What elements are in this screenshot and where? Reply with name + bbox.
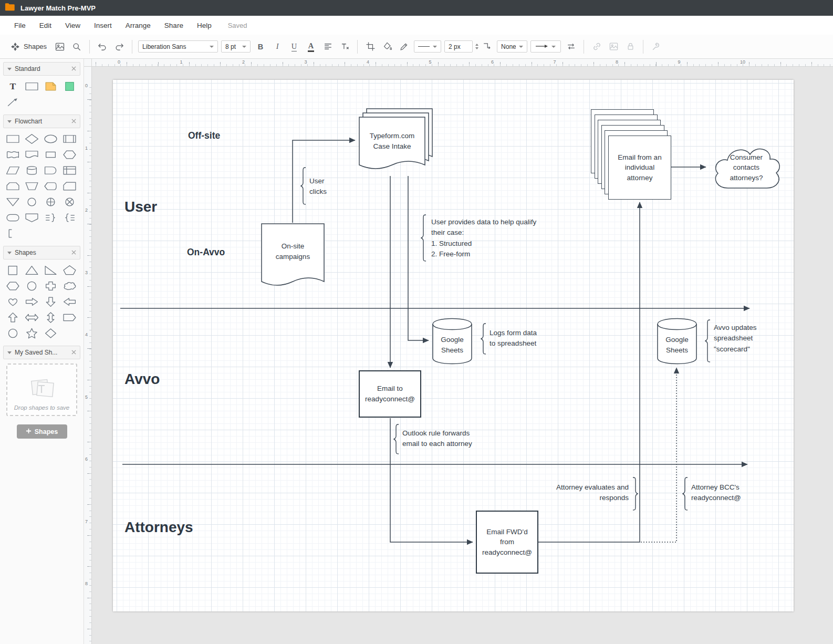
shape-arrow-up-icon[interactable] (3, 309, 22, 325)
insert-link-button[interactable] (589, 39, 605, 55)
shape-triangle-icon[interactable] (22, 262, 41, 278)
shape-text-icon[interactable]: T (3, 78, 22, 94)
underline-button[interactable]: U (286, 39, 302, 55)
annotation-user-provides[interactable]: User provides data to help qualify their… (431, 217, 536, 259)
menu-file[interactable]: File (7, 22, 33, 29)
annotation-user-clicks[interactable]: User clicks (309, 176, 327, 198)
bold-button[interactable]: B (253, 39, 268, 55)
section-standard[interactable]: Standard (3, 62, 80, 76)
shape-summing-junction-icon[interactable] (41, 194, 60, 210)
shape-note-icon[interactable] (41, 78, 60, 94)
shape-annotation-left-icon[interactable] (60, 210, 79, 225)
node-email-fwd[interactable]: Email FWD'd from readyconnect@ (476, 511, 538, 574)
shape-arrow-down-icon[interactable] (41, 294, 60, 309)
insert-image-button[interactable] (52, 39, 68, 55)
line-width-input[interactable]: 2 px (444, 40, 473, 53)
node-typeform-case-intake[interactable]: Typeform.com Case Intake (359, 117, 425, 175)
lane-label-offsite[interactable]: Off-site (188, 130, 220, 141)
node-onsite-campaigns[interactable]: On-site campaigns (261, 223, 325, 293)
redo-button[interactable] (111, 39, 127, 55)
close-section-icon[interactable] (71, 65, 76, 72)
shape-callout-icon[interactable] (60, 309, 79, 325)
shape-or-icon[interactable] (60, 194, 79, 210)
shape-hexagon-icon[interactable] (60, 147, 79, 162)
shape-diamond-icon[interactable] (41, 325, 60, 341)
node-google-sheets-1[interactable]: Google Sheets (432, 317, 473, 365)
menu-edit[interactable]: Edit (33, 22, 58, 29)
shape-outline-button[interactable] (362, 39, 378, 55)
lane-label-attorneys[interactable]: Attorneys (124, 519, 193, 536)
menu-view[interactable]: View (58, 22, 87, 29)
shape-ellipse-icon[interactable] (41, 131, 60, 147)
search-shapes-button[interactable] (69, 39, 85, 55)
shape-heart-icon[interactable] (3, 294, 22, 309)
close-section-icon[interactable] (71, 118, 76, 125)
shapes-panel-toggle[interactable]: Shapes (6, 39, 51, 55)
italic-button[interactable]: I (269, 39, 285, 55)
close-section-icon[interactable] (71, 249, 76, 256)
edit-style-button[interactable] (648, 39, 664, 55)
node-email-from-attorney[interactable]: Email from an individual attorney (608, 136, 671, 200)
shape-arrow-up-down-icon[interactable] (41, 309, 60, 325)
section-shapes[interactable]: Shapes (3, 246, 80, 259)
font-size-select[interactable]: 8 pt (221, 40, 251, 53)
shape-circle-icon[interactable] (22, 278, 41, 294)
line-color-button[interactable] (396, 39, 412, 55)
saved-shapes-dropzone[interactable]: Drop shapes to save (6, 363, 77, 416)
node-google-sheets-2[interactable]: Google Sheets (657, 317, 697, 365)
font-color-button[interactable]: A (303, 39, 319, 55)
lane-label-user[interactable]: User (124, 199, 157, 215)
fill-color-button[interactable] (379, 39, 395, 55)
annotation-attorney-bcc[interactable]: Attorney BCC's readyconnect@ (691, 482, 741, 504)
shape-off-page-icon[interactable] (22, 210, 41, 225)
shape-pentagon-icon[interactable] (60, 262, 79, 278)
add-shapes-button[interactable]: Shapes (17, 424, 67, 439)
shape-circle-2-icon[interactable] (3, 325, 22, 341)
align-button[interactable] (320, 39, 336, 55)
menu-help[interactable]: Help (190, 22, 218, 29)
annotation-logs-form[interactable]: Logs form data to spreadsheet (490, 328, 537, 349)
shape-card-icon[interactable] (60, 178, 79, 194)
shape-rectangle-icon[interactable] (3, 131, 22, 147)
shape-rect-small-icon[interactable] (41, 147, 60, 162)
waypoint-select[interactable]: None (497, 40, 527, 53)
shape-hexagon-icon[interactable] (3, 278, 22, 294)
shape-arrow-left-right-icon[interactable] (22, 309, 41, 325)
shape-delay-icon[interactable] (41, 162, 60, 178)
shape-parallelogram-icon[interactable] (3, 162, 22, 178)
shape-cylinder-icon[interactable] (22, 162, 41, 178)
shape-star-icon[interactable] (22, 325, 41, 341)
section-my-saved-shapes[interactable]: My Saved Sh... (3, 346, 80, 359)
node-consumer-contacts-cloud[interactable]: Consumer contacts attorneys? (709, 140, 784, 195)
drawing-page[interactable]: Off-site User On-Avvo Avvo Attorneys Typ… (113, 80, 794, 611)
shape-manual-operation-icon[interactable] (22, 178, 41, 194)
connector-style-button[interactable] (479, 39, 495, 55)
format-text-button[interactable] (337, 39, 352, 55)
annotation-attorney-evaluates[interactable]: Attorney evaluates and responds (526, 482, 629, 504)
shape-merge-icon[interactable] (3, 194, 22, 210)
menu-share[interactable]: Share (158, 22, 190, 29)
shape-display-icon[interactable] (41, 178, 60, 194)
shape-diamond-icon[interactable] (22, 131, 41, 147)
shape-edge-icon[interactable] (3, 94, 22, 110)
undo-button[interactable] (95, 39, 110, 55)
close-section-icon[interactable] (71, 349, 76, 356)
shape-cloud-icon[interactable] (60, 278, 79, 294)
lane-label-avvo[interactable]: Avvo (124, 371, 160, 388)
shape-arrow-right-icon[interactable] (22, 294, 41, 309)
section-flowchart[interactable]: Flowchart (3, 115, 80, 128)
shape-connector-icon[interactable] (22, 194, 41, 210)
lock-button[interactable] (622, 39, 638, 55)
node-email-to-readyconnect[interactable]: Email to readyconnect@ (359, 370, 421, 418)
lane-label-onavvo[interactable]: On-Avvo (187, 247, 225, 258)
line-style-select[interactable] (414, 40, 441, 53)
annotation-outlook-rule[interactable]: Outlook rule forwards email to each atto… (402, 428, 472, 450)
line-width-stepper[interactable] (475, 44, 478, 49)
shape-loop-limit-icon[interactable] (3, 178, 22, 194)
shape-right-triangle-icon[interactable] (41, 262, 60, 278)
shape-bracket-icon[interactable] (3, 225, 22, 241)
arrow-style-select[interactable] (530, 40, 561, 53)
menu-insert[interactable]: Insert (87, 22, 119, 29)
shape-rectangle-icon[interactable] (22, 78, 41, 94)
shape-arrow-left-icon[interactable] (60, 294, 79, 309)
